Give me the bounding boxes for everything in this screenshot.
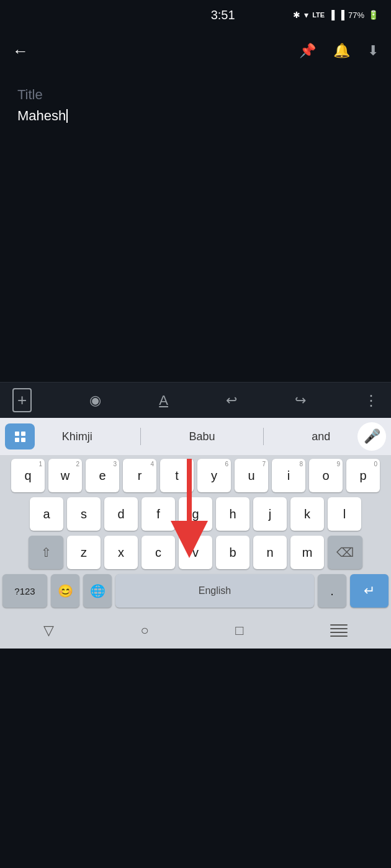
signal-icon: ▐ [328, 10, 335, 20]
key-row-4: ?123 😊 🌐 English . ↵ [2, 574, 389, 608]
key-z[interactable]: z [67, 536, 101, 569]
space-label: English [199, 585, 231, 596]
key-q[interactable]: 1 q [11, 459, 45, 492]
key-j[interactable]: j [253, 497, 287, 531]
apps-dot-2 [21, 432, 25, 436]
key-a[interactable]: a [30, 497, 63, 531]
key-u[interactable]: 7 u [235, 459, 268, 492]
mic-icon: 🎤 [364, 428, 380, 445]
suggestion-bar: Khimji Babu and 🎤 [0, 418, 391, 455]
home-nav-icon[interactable]: ○ [140, 622, 148, 639]
enter-icon: ↵ [364, 583, 375, 599]
action-right: 📌 🔔 ⬇ [299, 43, 379, 59]
text-format-icon[interactable]: A [159, 392, 168, 409]
key-w[interactable]: 2 w [48, 459, 82, 492]
wifi-icon: ▾ [304, 10, 308, 20]
pin-icon[interactable]: 📌 [299, 43, 316, 59]
back-nav-icon[interactable]: ▽ [43, 622, 54, 639]
key-n[interactable]: n [253, 536, 287, 569]
apps-dot-3 [15, 438, 19, 442]
status-bar: 3:51 ✱ ▾ LTE ▐ ▐ 77% 🔋 [0, 0, 391, 30]
text-cursor [66, 109, 68, 123]
note-title-value: Mahesh [17, 108, 66, 124]
space-key[interactable]: English [115, 574, 314, 608]
bluetooth-icon: ✱ [293, 10, 300, 20]
battery-icon: 🔋 [368, 10, 379, 20]
lte-icon: LTE [312, 11, 325, 19]
key-b[interactable]: b [216, 536, 249, 569]
action-left: ← [12, 42, 29, 61]
key-g[interactable]: g [179, 497, 212, 531]
key-k[interactable]: k [290, 497, 324, 531]
note-title-placeholder: Title [17, 87, 374, 103]
battery-text: 77% [348, 11, 364, 20]
key-row-1: 1 q 2 w 3 e 4 r 5 t 6 y 7 u 8 i [2, 459, 389, 492]
nav-bar: ▽ ○ □ [0, 615, 391, 649]
notification-bell-icon[interactable]: 🔔 [333, 43, 350, 59]
note-title-field[interactable]: Mahesh [17, 108, 374, 124]
palette-icon[interactable]: ◉ [89, 392, 101, 409]
symbols-key[interactable]: ?123 [2, 574, 47, 608]
apps-dot-4 [21, 438, 25, 442]
key-v[interactable]: v [179, 536, 212, 569]
key-h[interactable]: h [216, 497, 249, 531]
key-m[interactable]: m [290, 536, 324, 569]
key-p[interactable]: 0 p [346, 459, 380, 492]
note-area: Title Mahesh [0, 72, 391, 382]
status-icons: ✱ ▾ LTE ▐ ▐ 77% 🔋 [293, 10, 379, 20]
suggestion-word-2[interactable]: Babu [182, 430, 221, 443]
key-c[interactable]: c [142, 536, 175, 569]
add-format-icon[interactable]: + [12, 388, 32, 412]
more-options-icon[interactable]: ⋮ [364, 392, 379, 409]
formatting-bar: + ◉ A ↩ ↪ ⋮ [0, 382, 391, 418]
redo-icon[interactable]: ↪ [295, 392, 306, 409]
emoji-key[interactable]: 😊 [51, 574, 79, 608]
keyboard: 1 q 2 w 3 e 4 r 5 t 6 y 7 u 8 i [0, 455, 391, 615]
suggestion-word-1[interactable]: Khimji [56, 430, 99, 443]
key-x[interactable]: x [104, 536, 138, 569]
keyboard-toggle-icon[interactable] [330, 624, 348, 637]
recent-nav-icon[interactable]: □ [235, 622, 243, 639]
back-button[interactable]: ← [12, 42, 29, 61]
key-t[interactable]: 5 t [160, 459, 194, 492]
suggestion-word-3[interactable]: and [305, 430, 336, 443]
globe-key[interactable]: 🌐 [83, 574, 112, 608]
action-bar: ← 📌 🔔 ⬇ [0, 30, 391, 72]
backspace-key[interactable]: ⌫ [328, 536, 362, 569]
key-y[interactable]: 6 y [197, 459, 231, 492]
period-key[interactable]: . [318, 574, 346, 608]
key-o[interactable]: 9 o [309, 459, 343, 492]
download-icon[interactable]: ⬇ [367, 43, 379, 59]
divider-1 [140, 428, 141, 445]
key-l[interactable]: l [328, 497, 361, 531]
shift-key[interactable]: ⇧ [29, 536, 63, 569]
key-r[interactable]: 4 r [123, 459, 156, 492]
signal2-icon: ▐ [338, 10, 344, 20]
apps-button[interactable] [5, 423, 35, 450]
enter-key[interactable]: ↵ [350, 574, 389, 608]
key-e[interactable]: 3 e [86, 459, 119, 492]
key-row-3: ⇧ z x c v b n m ⌫ [2, 536, 389, 569]
key-row-2: a s d f g h j k l [2, 497, 389, 531]
status-time: 3:51 [153, 8, 293, 22]
mic-button[interactable]: 🎤 [357, 422, 386, 451]
apps-dot-1 [15, 432, 19, 436]
apps-grid-icon [15, 432, 25, 442]
suggestion-words: Khimji Babu and [35, 428, 357, 445]
key-i[interactable]: 8 i [272, 459, 305, 492]
key-s[interactable]: s [67, 497, 101, 531]
divider-2 [263, 428, 264, 445]
key-f[interactable]: f [142, 497, 175, 531]
key-d[interactable]: d [104, 497, 138, 531]
undo-icon[interactable]: ↩ [226, 392, 237, 409]
